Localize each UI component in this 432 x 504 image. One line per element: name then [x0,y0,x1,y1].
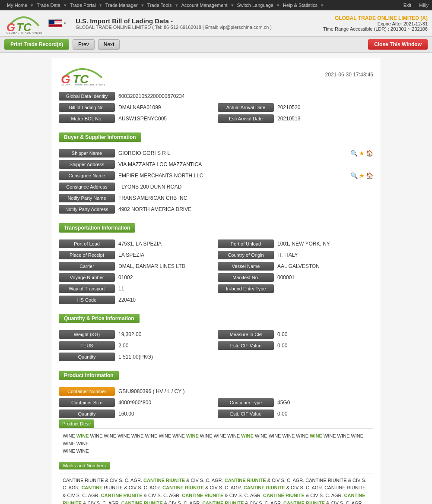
hs-code-value: 220410 [118,297,373,303]
nav-trade-portal[interactable]: Trade Portal [67,3,99,8]
manifest-label: Manifest No. [218,273,274,282]
voyage-row: Voyage Number 01002 Manifest No. 000001 [59,273,373,282]
port-load-value: 47531, LA SPEZIA [118,241,214,247]
buyer-supplier-section-header: Buyer & Supplier Information [59,128,373,145]
consignee-name-value: EMPIRE MERCHANTS NORTH LLC [118,173,343,179]
hs-code-label: HS Code [59,296,115,304]
shipper-address-row: Shipper Address VIA MAZZANTA LOC MAZZANT… [59,160,373,169]
nav-trade-manager[interactable]: Trade Manager [102,3,141,8]
shipper-star-icon[interactable]: ★ [359,150,365,157]
record-logo: G TC GLOBAL TRADE ONLINE LIMITED [59,64,106,85]
consignee-address-value: - LYONS 200 DUNN ROAD [118,184,373,190]
weight-value: 19,302.00 [118,331,214,337]
page-title: U.S. Import Bill of Lading Data - [76,17,323,25]
nav-account-management[interactable]: Account Management [178,3,231,8]
record-header: G TC GLOBAL TRADE ONLINE LIMITED 2021-06… [59,64,373,85]
esti-cif2-value: 0.00 [277,411,373,417]
transport-label: Transportation Information [59,223,135,233]
bol-row: Bill of Lading No. DMALNAPA01099 Actual … [59,103,373,112]
port-unload-label: Port of Unload [218,239,274,248]
qty-price-section-header: Quantity & Price Information [59,309,373,327]
qty-price-label: Quantity & Price Information [59,314,140,323]
consignee-search-icon[interactable]: 🔍 [350,172,358,179]
way-transport-value: 11 [118,286,214,292]
product-desc-content: WINE WINE WINE WINE WINE WINE WINE WINE … [59,428,373,459]
quantity-value: 1,511.00(PKG) [118,354,373,360]
gtc-logo: G TC GLOBAL TRADE ONLINE LIMITED [4,13,43,34]
teus-value: 2.00 [118,343,214,349]
in-bond-label: In-bond Entry Type [218,284,274,293]
shipper-name-row: Shipper Name GIORGIO GORI S R L 🔍 ★ 🏠 [59,149,373,158]
page-title-area: U.S. Import Bill of Lading Data - GLOBAL… [71,17,323,30]
close-button-top[interactable]: Close This Window [368,39,428,50]
flag-chevron: ▾ [64,21,66,25]
nav-my-home[interactable]: My Home [3,3,31,8]
notify-party-address-label: Notify Party Address [59,205,115,214]
measure-label: Measure in CM [218,330,274,339]
next-button-top[interactable]: Next [98,39,120,50]
page-subtitle: GLOBAL TRADE ONLINE LIMITED ( Tel: 86-51… [76,25,323,30]
notify-party-name-value: TRANS AMERICAN CHB INC [118,195,373,201]
shipper-name-value: GIORGIO GORI S R L [118,150,343,156]
transport-type-row: Way of Transport 11 In-bond Entry Type [59,284,373,293]
consignee-star-icon[interactable]: ★ [359,172,365,179]
container-number-value: GSIU9080396 ( HV / L / CY ) [118,388,373,394]
voyage-label: Voyage Number [59,273,115,282]
port-load-row: Port of Load 47531, LA SPEZIA Port of Un… [59,239,373,248]
quantity2-row: Quantity 160.00 Esti. CIF Value 0.00 [59,410,373,418]
shipper-home-icon[interactable]: 🏠 [366,150,373,157]
carrier-value: DMAL, DANMAR LINES LTD [118,263,214,269]
weight-row: Weight (KG) 19,302.00 Measure in CM 0.00 [59,330,373,339]
consignee-address-label: Consignee Address [59,183,115,191]
nav-switch-language[interactable]: Switch Language [234,3,277,8]
consignee-name-row: Consignee Name EMPIRE MERCHANTS NORTH LL… [59,171,373,180]
quantity2-label: Quantity [59,410,115,418]
container-size-label: Container Size [59,398,115,407]
global-data-identity-row: Global Data Identity 6003202105220000067… [59,92,373,101]
marks-content: CANTINE RIUNITE & CIV S. C. AGR. CANTINE… [59,473,373,504]
teus-label: TEUS [59,341,115,350]
quantity-label: Quantity [59,353,115,361]
nav-trade-tools[interactable]: Trade Tools [144,3,175,8]
top-toolbar: Print Trade Record(s) Prev Next Close Th… [0,37,432,53]
top-nav: My Home ▾ Trade Data ▾ Trade Portal ▾ Tr… [0,0,432,10]
mater-bol-row: Mater BOL No. AUSW1SPENYC005 Esti Arriva… [59,114,373,123]
vessel-name-value: AAL GALVESTON [277,263,373,269]
nav-user: Milly [419,3,429,8]
carrier-label: Carrier [59,262,115,271]
consignee-home-icon[interactable]: 🏠 [366,172,373,179]
nav-trade-data[interactable]: Trade Data [33,3,64,8]
container-type-label: Container Type [218,398,274,407]
esti-cif2-label: Esti. CIF Value [218,410,274,418]
account-info: GLOBAL TRADE ONLINE LIMITED (A) Expire A… [323,15,428,32]
esti-cif-value: 0.00 [277,343,373,349]
actual-arrival-label: Actual Arrival Date [218,103,274,112]
place-receipt-row: Place of Receipt LA SPEZIA Country of Or… [59,251,373,259]
marks-label: Marks and Numbers [59,462,110,469]
shipper-address-value: VIA MAZZANTA LOC MAZZANTICA [118,161,373,167]
mater-bol-value: AUSW1SPENYC005 [118,116,214,122]
container-number-label: Container Number [59,387,115,396]
place-receipt-value: LA SPEZIA [118,252,214,258]
shipper-icons: 🔍 ★ 🏠 [350,150,373,157]
print-button-top[interactable]: Print Trade Record(s) [4,39,69,50]
nav-exit[interactable]: Exit [400,3,415,8]
esti-arrival-label: Esti Arrival Date [218,114,274,123]
consignee-icons: 🔍 ★ 🏠 [350,172,373,179]
shipper-address-label: Shipper Address [59,160,115,169]
weight-label: Weight (KG) [59,330,115,339]
measure-value: 0.00 [277,331,373,337]
notify-party-name-row: Notify Party Name TRANS AMERICAN CHB INC [59,194,373,202]
account-company: GLOBAL TRADE ONLINE LIMITED (A) [323,15,428,21]
container-size-value: 4000*900*800 [118,400,214,406]
svg-text:GLOBAL TRADE ONLINE LIMITED: GLOBAL TRADE ONLINE LIMITED [61,83,106,85]
page-header: G TC GLOBAL TRADE ONLINE LIMITED ▾ U.S. … [0,10,432,37]
us-flag [48,19,62,27]
main-content: G TC GLOBAL TRADE ONLINE LIMITED 2021-06… [0,53,432,504]
notify-party-address-value: 4902 NORTH AMERICA DRIVE [118,206,373,212]
nav-help-statistics[interactable]: Help & Statistics [280,3,321,8]
prev-button-top[interactable]: Prev [73,39,95,50]
shipper-search-icon[interactable]: 🔍 [350,150,358,157]
buyer-supplier-label: Buyer & Supplier Information [59,132,141,142]
flag-selector[interactable]: ▾ [48,19,66,27]
